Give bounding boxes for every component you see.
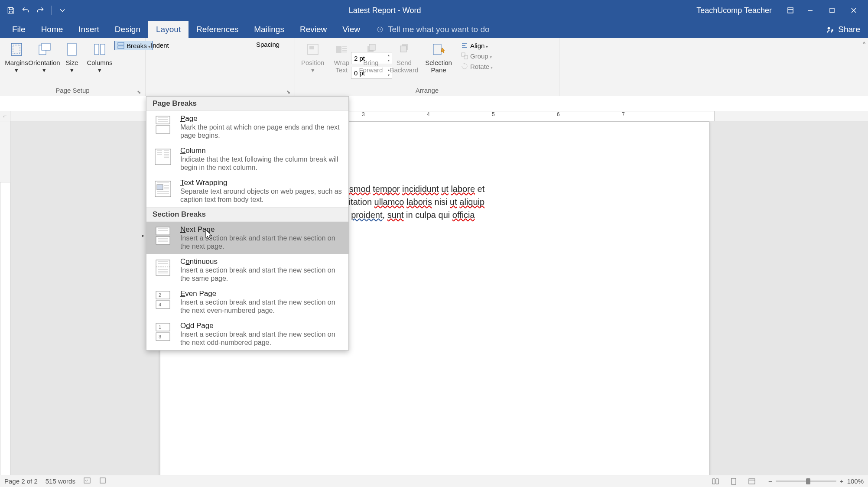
svg-rect-13	[118, 46, 124, 49]
tab-mailings[interactable]: Mailings	[246, 21, 292, 38]
svg-rect-15	[309, 46, 314, 49]
ribbon-tabs: File Home Insert Design Layout Reference…	[0, 21, 868, 38]
ribbon-display-options-icon[interactable]	[780, 3, 800, 17]
minimize-icon[interactable]	[800, 3, 820, 17]
next-page-break-icon	[153, 225, 174, 247]
svg-rect-42	[731, 478, 736, 484]
group-label-page-setup: Page Setup	[3, 86, 142, 96]
wrap-text-button: Wrap Text	[328, 40, 354, 75]
dd-item-text-wrapping[interactable]: Text WrappingSeparate text around object…	[146, 175, 348, 207]
svg-text:1: 1	[159, 325, 161, 330]
group-page-setup: Margins▾ Orientation▾ Size▾ Columns▾ Bre…	[0, 38, 146, 96]
maximize-icon[interactable]	[822, 3, 842, 17]
read-mode-icon[interactable]	[707, 477, 724, 486]
tab-layout[interactable]: Layout	[148, 21, 189, 38]
svg-rect-38	[156, 333, 170, 341]
group-button: Group	[458, 51, 495, 61]
bring-forward-button: Bring Forward	[356, 40, 385, 75]
columns-button[interactable]: Columns▾	[87, 40, 113, 75]
window-controls	[800, 3, 868, 17]
tab-file[interactable]: File	[4, 21, 33, 38]
svg-rect-18	[369, 44, 375, 50]
vertical-ruler[interactable]	[0, 121, 10, 475]
svg-rect-21	[433, 44, 441, 55]
svg-rect-41	[100, 478, 105, 483]
dd-item-next-page[interactable]: Next PageInsert a section break and star…	[146, 222, 348, 254]
breaks-dropdown: Page Breaks PageMark the point at which …	[146, 96, 349, 351]
svg-rect-24	[156, 116, 170, 124]
zoom-in-button[interactable]: +	[840, 477, 844, 485]
even-page-break-icon: 24	[153, 289, 174, 311]
svg-rect-30	[156, 237, 170, 244]
zoom-out-button[interactable]: −	[768, 477, 772, 485]
horizontal-ruler[interactable]: 2 3 4 5 6 7	[10, 111, 868, 121]
svg-rect-12	[118, 42, 124, 45]
document-area: nsectetur adipisicing elit, sed do eiusm…	[10, 121, 868, 475]
svg-rect-0	[788, 8, 793, 13]
dd-item-continuous[interactable]: ContinuousInsert a section break and sta…	[146, 254, 348, 286]
svg-rect-20	[400, 46, 406, 52]
dd-header-section-breaks: Section Breaks	[146, 207, 348, 222]
svg-rect-16	[336, 46, 341, 53]
tab-home[interactable]: Home	[33, 21, 71, 38]
selection-pane-button[interactable]: Selection Pane	[423, 40, 455, 75]
svg-rect-36	[156, 323, 170, 331]
text-wrapping-break-icon	[153, 179, 174, 200]
group-paragraph: Indent Spacing 2 pt▴▾ 0 pt▴▾	[146, 38, 295, 96]
share-button[interactable]: Share	[818, 21, 868, 38]
group-arrange: Position▾ Wrap Text Bring Forward Send B…	[295, 38, 559, 96]
svg-rect-23	[464, 55, 468, 59]
document-title: Latest Report - Word	[73, 6, 696, 15]
column-break-icon	[153, 146, 174, 168]
svg-rect-43	[749, 479, 755, 484]
tab-view[interactable]: View	[335, 21, 368, 38]
svg-text:4: 4	[159, 302, 161, 307]
align-button[interactable]: Align	[458, 41, 495, 50]
undo-icon[interactable]	[20, 5, 31, 16]
send-backward-button: Send Backward	[387, 40, 421, 75]
rotate-button: Rotate	[458, 62, 495, 71]
collapse-ribbon-icon[interactable]: ^	[863, 41, 865, 47]
web-layout-icon[interactable]	[743, 477, 761, 486]
svg-rect-26	[155, 149, 171, 165]
ribbon: Margins▾ Orientation▾ Size▾ Columns▾ Bre…	[0, 38, 868, 96]
page-count[interactable]: Page 2 of 2	[4, 477, 38, 485]
indent-label: Indent	[149, 41, 199, 50]
svg-rect-25	[156, 126, 170, 133]
svg-rect-32	[156, 291, 170, 299]
dd-item-page[interactable]: PageMark the point at which one page end…	[146, 111, 348, 143]
redo-icon[interactable]	[35, 5, 46, 16]
zoom-controls: − + 100%	[768, 477, 864, 485]
tab-references[interactable]: References	[189, 21, 246, 38]
tab-review[interactable]: Review	[292, 21, 335, 38]
tab-design[interactable]: Design	[107, 21, 148, 38]
margins-button[interactable]: Margins▾	[3, 40, 29, 75]
close-icon[interactable]	[844, 3, 864, 17]
page-break-icon	[153, 114, 174, 136]
dd-item-column[interactable]: ColumnIndicate that the text following t…	[146, 143, 348, 175]
dd-item-odd-page[interactable]: 13 Odd PageInsert a section break and st…	[146, 318, 348, 350]
customize-qat-icon[interactable]	[57, 5, 68, 16]
macro-record-icon[interactable]	[99, 477, 107, 486]
svg-rect-10	[94, 44, 99, 55]
orientation-button[interactable]: Orientation▾	[31, 40, 57, 75]
svg-rect-29	[156, 227, 170, 235]
zoom-slider[interactable]	[776, 481, 836, 482]
size-button[interactable]: Size▾	[59, 40, 85, 75]
svg-rect-11	[101, 44, 105, 55]
save-icon[interactable]	[5, 5, 16, 16]
svg-text:2: 2	[159, 292, 161, 298]
print-layout-icon[interactable]	[725, 477, 742, 486]
zoom-level[interactable]: 100%	[847, 477, 864, 485]
svg-rect-22	[462, 53, 465, 56]
word-count[interactable]: 515 words	[46, 477, 75, 485]
tab-insert[interactable]: Insert	[71, 21, 107, 38]
quick-access-toolbar	[0, 5, 73, 16]
spacing-label: Spacing	[254, 40, 281, 49]
svg-rect-6	[13, 45, 20, 54]
spell-check-icon[interactable]	[83, 477, 91, 486]
dd-item-even-page[interactable]: 24 Even PageInsert a section break and s…	[146, 286, 348, 318]
dd-header-page-breaks: Page Breaks	[146, 97, 348, 111]
tell-me-search[interactable]: Tell me what you want to do	[376, 21, 818, 38]
continuous-break-icon	[153, 257, 174, 279]
